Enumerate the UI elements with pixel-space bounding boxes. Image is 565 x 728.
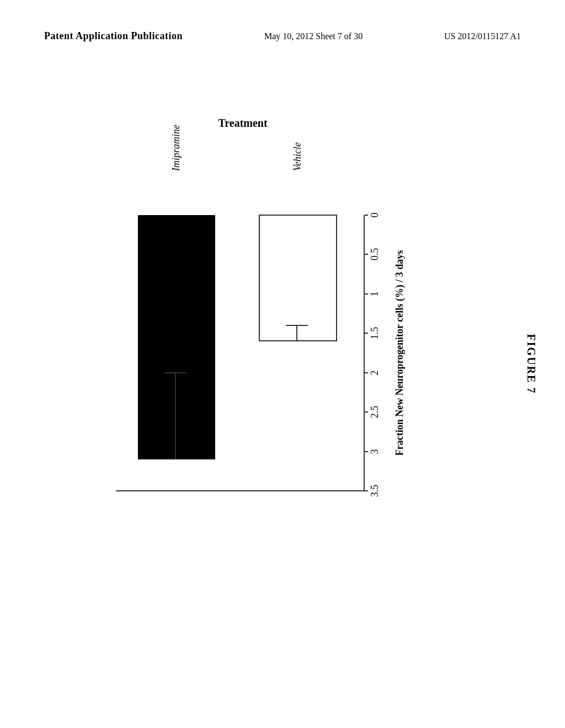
- svg-text:Imipramine: Imipramine: [170, 125, 182, 172]
- figure-number-text: FIGURE 7: [525, 334, 537, 394]
- svg-text:1: 1: [369, 292, 380, 297]
- publication-date-sheet: May 10, 2012 Sheet 7 of 30: [264, 31, 363, 41]
- svg-text:3: 3: [369, 449, 380, 454]
- page-header: Patent Application Publication May 10, 2…: [0, 30, 565, 42]
- figure-area: 0 0.5 1 1.5 2 2.5 3 3.5 Fraction New Ne: [33, 77, 508, 684]
- imipramine-bar: [138, 215, 215, 459]
- svg-text:Treatment: Treatment: [218, 117, 268, 129]
- svg-text:0.5: 0.5: [369, 248, 380, 261]
- svg-text:2: 2: [369, 371, 380, 376]
- svg-text:1.5: 1.5: [369, 327, 380, 340]
- svg-text:2.5: 2.5: [369, 406, 380, 419]
- publication-number: US 2012/0115127 A1: [444, 31, 521, 41]
- vehicle-bar: [259, 215, 337, 341]
- svg-text:0: 0: [369, 213, 380, 218]
- publication-type: Patent Application Publication: [44, 30, 183, 42]
- figure-number-label: FIGURE 7: [525, 334, 537, 394]
- svg-text:Fraction New Neuroprogenitor c: Fraction New Neuroprogenitor cells (%) /…: [394, 250, 406, 456]
- svg-text:3.5: 3.5: [369, 485, 380, 497]
- svg-text:Vehicle: Vehicle: [292, 142, 303, 171]
- chart-svg: 0 0.5 1 1.5 2 2.5 3 3.5 Fraction New Ne: [33, 77, 508, 629]
